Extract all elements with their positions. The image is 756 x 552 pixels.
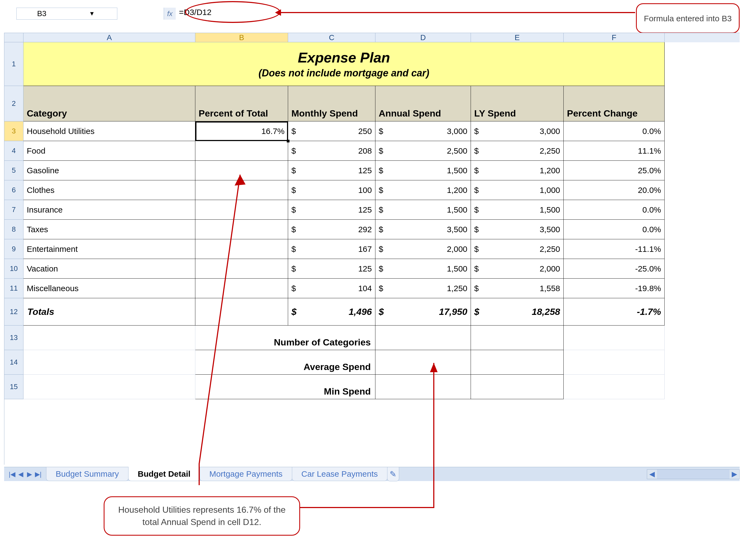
category-cell[interactable]: Entertainment	[23, 239, 195, 259]
column-header-B[interactable]: B	[195, 33, 288, 42]
formula-bar-input[interactable]: =D3/D12	[176, 8, 372, 20]
percent-change-cell[interactable]: 0.0%	[564, 200, 664, 220]
scroll-left-icon[interactable]: ◀	[647, 470, 657, 478]
percent-change-cell[interactable]: -25.0%	[564, 259, 664, 279]
sheet-nav-prev-icon[interactable]: ◀	[17, 470, 25, 478]
category-cell[interactable]: Taxes	[23, 220, 195, 239]
header-ly-spend[interactable]: LY Spend	[471, 86, 564, 121]
header-percent-total[interactable]: Percent of Total	[195, 86, 288, 121]
row-header-14[interactable]: 14	[4, 350, 23, 375]
category-cell[interactable]: Gasoline	[23, 161, 195, 180]
select-all-corner[interactable]	[4, 33, 23, 42]
header-annual-spend[interactable]: Annual Spend	[375, 86, 471, 121]
cell-D14[interactable]	[375, 350, 471, 375]
cell-D15[interactable]	[375, 375, 471, 399]
monthly-spend-cell[interactable]: $250	[288, 121, 375, 141]
sheet-nav-last-icon[interactable]: ▶|	[34, 470, 42, 478]
ly-spend-cell[interactable]: $1,500	[471, 200, 564, 220]
spreadsheet-grid[interactable]: A B C D E F 1 Expense Plan (Does not inc…	[4, 33, 740, 465]
ly-spend-cell[interactable]: $3,500	[471, 220, 564, 239]
cell-F15[interactable]	[564, 375, 664, 399]
column-header-C[interactable]: C	[288, 33, 375, 42]
percent-change-cell[interactable]: 0.0%	[564, 220, 664, 239]
percent-change-cell[interactable]: -19.8%	[564, 279, 664, 298]
monthly-spend-cell[interactable]: $167	[288, 239, 375, 259]
row-header-15[interactable]: 15	[4, 375, 23, 399]
totals-percent-change-cell[interactable]: -1.7%	[564, 298, 664, 325]
annual-spend-cell[interactable]: $1,500	[375, 259, 471, 279]
totals-label-cell[interactable]: Totals	[23, 298, 195, 325]
ly-spend-cell[interactable]: $3,000	[471, 121, 564, 141]
annual-spend-cell[interactable]: $3,000	[375, 121, 471, 141]
ly-spend-cell[interactable]: $2,250	[471, 239, 564, 259]
ly-spend-cell[interactable]: $1,000	[471, 180, 564, 200]
insert-function-button[interactable]: fx	[164, 8, 176, 20]
annual-spend-cell[interactable]: $3,500	[375, 220, 471, 239]
annual-spend-cell[interactable]: $1,200	[375, 180, 471, 200]
scroll-track[interactable]	[657, 469, 730, 479]
monthly-spend-cell[interactable]: $292	[288, 220, 375, 239]
cell-E15[interactable]	[471, 375, 564, 399]
monthly-spend-cell[interactable]: $125	[288, 200, 375, 220]
row-header-4[interactable]: 4	[4, 141, 23, 161]
percent-change-cell[interactable]: -11.1%	[564, 239, 664, 259]
row-header-6[interactable]: 6	[4, 180, 23, 200]
ly-spend-cell[interactable]: $2,000	[471, 259, 564, 279]
row-header-7[interactable]: 7	[4, 200, 23, 220]
percent-change-cell[interactable]: 11.1%	[564, 141, 664, 161]
percent-total-cell[interactable]: 16.7%	[195, 121, 288, 141]
annual-spend-cell[interactable]: $1,250	[375, 279, 471, 298]
category-cell[interactable]: Food	[23, 141, 195, 161]
cell-A15[interactable]	[23, 375, 195, 399]
percent-total-cell[interactable]	[195, 239, 288, 259]
cell-F14[interactable]	[564, 350, 664, 375]
category-cell[interactable]: Household Utilities	[23, 121, 195, 141]
percent-change-cell[interactable]: 25.0%	[564, 161, 664, 180]
header-monthly-spend[interactable]: Monthly Spend	[288, 86, 375, 121]
ly-spend-cell[interactable]: $1,200	[471, 161, 564, 180]
column-header-F[interactable]: F	[564, 33, 664, 42]
row-header-3[interactable]: 3	[4, 121, 23, 141]
percent-total-cell[interactable]	[195, 279, 288, 298]
annual-spend-cell[interactable]: $1,500	[375, 161, 471, 180]
annual-spend-cell[interactable]: $1,500	[375, 200, 471, 220]
label-average-spend[interactable]: Average Spend	[195, 350, 375, 375]
category-cell[interactable]: Miscellaneous	[23, 279, 195, 298]
percent-total-cell[interactable]	[195, 259, 288, 279]
name-box[interactable]: B3 ▼	[16, 8, 117, 20]
row-header-12[interactable]: 12	[4, 298, 23, 325]
name-box-dropdown-icon[interactable]: ▼	[67, 10, 117, 17]
category-cell[interactable]: Clothes	[23, 180, 195, 200]
percent-change-cell[interactable]: 20.0%	[564, 180, 664, 200]
cell-E14[interactable]	[471, 350, 564, 375]
monthly-spend-cell[interactable]: $208	[288, 141, 375, 161]
cell-E13[interactable]	[471, 325, 564, 350]
row-header-5[interactable]: 5	[4, 161, 23, 180]
percent-total-cell[interactable]	[195, 220, 288, 239]
percent-total-cell[interactable]	[195, 161, 288, 180]
sheet-nav-first-icon[interactable]: |◀	[8, 470, 16, 478]
ly-spend-cell[interactable]: $1,558	[471, 279, 564, 298]
sheet-tab[interactable]: Mortgage Payments	[200, 467, 292, 481]
column-header-D[interactable]: D	[375, 33, 471, 42]
annual-spend-cell[interactable]: $2,000	[375, 239, 471, 259]
column-header-A[interactable]: A	[23, 33, 195, 42]
scroll-right-icon[interactable]: ▶	[730, 470, 739, 478]
monthly-spend-cell[interactable]: $125	[288, 259, 375, 279]
row-header-11[interactable]: 11	[4, 279, 23, 298]
row-header-13[interactable]: 13	[4, 325, 23, 350]
header-percent-change[interactable]: Percent Change	[564, 86, 664, 121]
totals-annual-cell[interactable]: $17,950	[375, 298, 471, 325]
cell-A13[interactable]	[23, 325, 195, 350]
cell-F13[interactable]	[564, 325, 664, 350]
totals-monthly-cell[interactable]: $1,496	[288, 298, 375, 325]
sheet-nav-next-icon[interactable]: ▶	[25, 470, 33, 478]
label-number-categories[interactable]: Number of Categories	[195, 325, 375, 350]
ly-spend-cell[interactable]: $2,250	[471, 141, 564, 161]
totals-percent-cell[interactable]	[195, 298, 288, 325]
header-category[interactable]: Category	[23, 86, 195, 121]
cell-D13[interactable]	[375, 325, 471, 350]
percent-change-cell[interactable]: 0.0%	[564, 121, 664, 141]
percent-total-cell[interactable]	[195, 180, 288, 200]
column-header-E[interactable]: E	[471, 33, 564, 42]
